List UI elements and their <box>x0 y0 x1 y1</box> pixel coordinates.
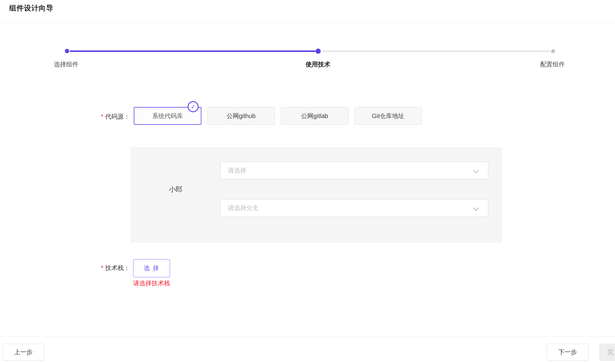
finish-button-disabled[interactable]: 完 <box>600 344 615 361</box>
step-label-use-technology: 使用技术 <box>284 60 352 69</box>
step-label-configure-component: 配置组件 <box>519 60 586 69</box>
code-source-option-label: 公网github <box>227 112 256 120</box>
repo-select-placeholder: 请选择 <box>228 166 246 175</box>
code-source-option-git-url[interactable]: Git仓库地址 <box>354 107 422 125</box>
footer-divider <box>0 337 615 337</box>
stepper-line-active <box>70 50 315 52</box>
code-source-option-public-github[interactable]: 公网github <box>207 107 275 125</box>
tech-stack-label-text: 技术栈： <box>105 264 130 271</box>
step-dot-pending <box>551 49 555 53</box>
code-source-option-public-gitlab[interactable]: 公网gitlab <box>281 107 348 125</box>
step-label-select-component: 选择组件 <box>32 60 100 69</box>
code-source-label-text: 代码源： <box>105 113 130 120</box>
code-source-option-label: 公网gitlab <box>301 112 328 120</box>
stepper-line-pending <box>323 51 550 52</box>
page-title: 组件设计向导 <box>9 3 54 13</box>
branch-select-placeholder: 请选择分支 <box>228 204 259 212</box>
repo-selection-panel: 小郎 请选择 请选择分支 <box>131 147 502 243</box>
header-divider <box>0 22 615 22</box>
repo-owner-label: 小郎 <box>169 185 182 194</box>
tech-stack-error-message: 请选择技术栈 <box>133 279 170 287</box>
tech-stack-label: *技术栈： <box>74 264 130 272</box>
code-source-label: *代码源： <box>74 113 130 121</box>
tech-stack-select-button[interactable]: 选 择 <box>133 259 170 277</box>
code-source-option-system-repo[interactable]: 系统代码库 ✓ <box>134 107 201 125</box>
code-source-option-label: Git仓库地址 <box>372 112 404 120</box>
step-dot-finished <box>65 49 69 53</box>
required-asterisk: * <box>101 113 103 120</box>
required-asterisk: * <box>101 264 103 271</box>
branch-select[interactable]: 请选择分支 <box>220 199 488 217</box>
next-step-button[interactable]: 下一步 <box>547 344 589 361</box>
previous-step-button[interactable]: 上一步 <box>2 344 44 361</box>
step-dot-current <box>315 49 321 54</box>
chevron-down-icon <box>473 168 479 173</box>
repo-select[interactable]: 请选择 <box>220 162 488 179</box>
chevron-down-icon <box>473 205 479 211</box>
code-source-option-label: 系统代码库 <box>152 112 183 120</box>
selected-check-icon: ✓ <box>188 101 199 112</box>
code-source-options: 系统代码库 ✓ 公网github 公网gitlab Git仓库地址 <box>134 107 422 125</box>
